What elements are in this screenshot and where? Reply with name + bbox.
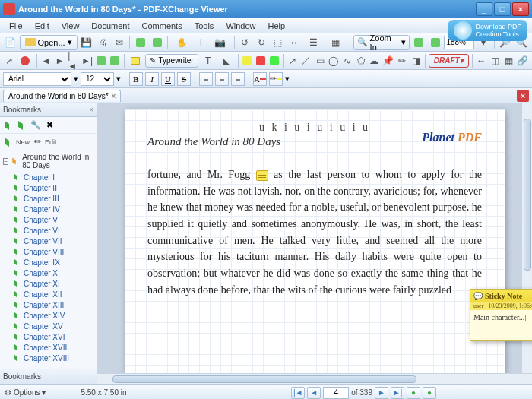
bookmark-item[interactable]: Chapter I (2, 172, 95, 182)
link-tool-icon[interactable]: 🔗 (516, 53, 529, 68)
page-area[interactable]: u k i u i u i u i u Around the World in … (97, 103, 532, 373)
scrollbar-thumb[interactable] (524, 119, 531, 271)
strike-button[interactable]: S (177, 72, 191, 86)
last-page-button[interactable]: ►| (391, 387, 404, 399)
polyline-tool-icon[interactable]: ∿ (341, 53, 353, 68)
highlight-tool-icon[interactable] (241, 53, 253, 68)
polygon-tool-icon[interactable]: ⬠ (355, 53, 367, 68)
menu-edit[interactable]: Edit (29, 20, 55, 32)
font-size-select[interactable]: 12 (81, 72, 114, 86)
bookmark-item[interactable]: Chapter XIII (2, 299, 95, 310)
open-button[interactable]: Open...▾ (20, 35, 78, 50)
menu-view[interactable]: View (55, 20, 86, 32)
next-page-button[interactable]: ► (375, 387, 388, 399)
bm-props-icon[interactable]: 🔧 (30, 119, 42, 131)
sticky-note-body[interactable]: Main character...| (470, 310, 532, 340)
typewriter-button[interactable]: ✎Typewriter (145, 54, 198, 68)
zoom-in-icon[interactable] (428, 35, 443, 50)
menu-help[interactable]: Help (262, 20, 292, 32)
pencil-tool-icon[interactable]: ✏ (396, 53, 408, 68)
eraser-tool-icon[interactable]: ◨ (410, 53, 422, 68)
measure-dist-icon[interactable]: ↔ (475, 53, 487, 68)
highlight-color-button[interactable]: ✏ (269, 72, 283, 86)
new-icon[interactable]: 📄 (3, 35, 18, 50)
bookmark-item[interactable]: Chapter XII (2, 289, 95, 299)
export-icon[interactable]: ↗ (3, 53, 15, 68)
expand-icon[interactable]: − (3, 158, 8, 165)
callout-tool-icon[interactable]: ◣ (218, 53, 235, 68)
fit-width-icon[interactable]: ↔ (287, 35, 302, 50)
menu-tools[interactable]: Tools (188, 20, 220, 32)
menu-document[interactable]: Document (85, 20, 135, 32)
fit-page-icon[interactable]: ⬚ (271, 35, 286, 50)
layout-icon[interactable]: ☰ (303, 35, 324, 50)
scrollbar-thumb[interactable] (112, 375, 416, 383)
bm-delete-icon[interactable]: ✖ (43, 119, 55, 131)
maximize-button[interactable]: □ (494, 2, 511, 16)
align-center-button[interactable]: ≡ (215, 72, 229, 86)
rect-tool-icon[interactable]: ▭ (314, 53, 326, 68)
print-icon[interactable]: 🖨 (95, 35, 110, 50)
bookmark-item[interactable]: Chapter IX (2, 257, 95, 268)
bookmark-root[interactable]: − Around the World in 80 Days (2, 152, 95, 170)
stamp-button[interactable]: DRAFT▾ (429, 54, 469, 68)
bm-expand-icon[interactable] (2, 119, 14, 131)
bookmark-item[interactable]: Chapter VI (2, 225, 95, 236)
oval-tool-icon[interactable]: ◯ (328, 53, 340, 68)
nav-fwd-button[interactable]: ● (423, 387, 436, 399)
align-left-button[interactable]: ≡ (199, 72, 213, 86)
nav-prev-icon[interactable]: ◄ (40, 53, 52, 68)
strike-tool-icon[interactable] (255, 53, 267, 68)
menu-comments[interactable]: Comments (136, 20, 188, 32)
sticky-note-tool-icon[interactable] (127, 53, 144, 68)
close-button[interactable]: × (512, 2, 529, 16)
nav-back-icon[interactable] (95, 53, 107, 68)
pushpin-tool-icon[interactable]: 📌 (382, 53, 394, 68)
bookmark-item[interactable]: Chapter X (2, 268, 95, 278)
sticky-note-header[interactable]: 💬 Sticky Note �海 × (470, 290, 532, 302)
rotate-ccw-icon[interactable]: ↺ (238, 35, 253, 50)
panel-close-icon[interactable]: × (89, 106, 93, 114)
zoom-out-icon[interactable] (411, 35, 426, 50)
page-input[interactable] (323, 387, 349, 399)
bookmark-item[interactable]: Chapter XV (2, 321, 95, 331)
sticky-note-marker-icon[interactable] (256, 170, 268, 181)
options-button[interactable]: ⚙Options▾ (5, 388, 46, 397)
bm-collapse-icon[interactable] (16, 119, 28, 131)
underline-button[interactable]: U (161, 72, 175, 86)
font-family-select[interactable]: Arial (3, 72, 71, 86)
undo-icon[interactable] (133, 35, 148, 50)
bookmark-item[interactable]: Chapter XVI (2, 331, 95, 342)
close-all-tabs-button[interactable]: × (517, 90, 529, 102)
bookmark-item[interactable]: Chapter VII (2, 236, 95, 246)
nav-next-icon[interactable]: ► (53, 53, 65, 68)
download-badge[interactable]: Download PDFCreation Tools (448, 20, 527, 41)
nav-last-icon[interactable]: ►| (81, 53, 93, 68)
rotate-cw-icon[interactable]: ↻ (254, 35, 269, 50)
bookmark-item[interactable]: Chapter III (2, 193, 95, 204)
bookmark-item[interactable]: Chapter IV (2, 204, 95, 214)
email-icon[interactable]: ✉ (112, 35, 127, 50)
nav-back-button[interactable]: ● (407, 387, 420, 399)
prev-page-button[interactable]: ◄ (307, 387, 321, 399)
redo-icon[interactable] (150, 35, 165, 50)
bookmarks-footer-tab[interactable]: Bookmarks (0, 369, 97, 384)
bookmark-item[interactable]: Chapter XI (2, 278, 95, 289)
nav-fwd-icon[interactable] (109, 53, 121, 68)
bookmark-item[interactable]: Chapter VIII (2, 246, 95, 257)
bookmark-item[interactable]: Chapter XVIII (2, 353, 95, 363)
textbox-tool-icon[interactable]: T (200, 53, 217, 68)
menu-file[interactable]: File (3, 20, 29, 32)
bookmarks-tree[interactable]: − Around the World in 80 Days Chapter IC… (0, 150, 97, 369)
sticky-note-popup[interactable]: 💬 Sticky Note �海 × user10/23/2009, 1:06:… (470, 289, 532, 341)
text-color-button[interactable]: A (253, 72, 267, 86)
bookmark-item[interactable]: Chapter XVII (2, 342, 95, 353)
bm-new-icon[interactable] (2, 136, 14, 148)
measure-area-icon[interactable]: ▦ (502, 53, 515, 68)
save-icon[interactable]: 💾 (79, 35, 94, 50)
bookmark-item[interactable]: Chapter XIV (2, 310, 95, 321)
tab-document[interactable]: Around the World in 80 Days*× (3, 90, 121, 102)
arrow-tool-icon[interactable]: ↗ (287, 53, 299, 68)
snapshot-icon[interactable]: 📷 (210, 35, 230, 50)
bm-edit-icon[interactable]: ✏ (31, 136, 43, 148)
